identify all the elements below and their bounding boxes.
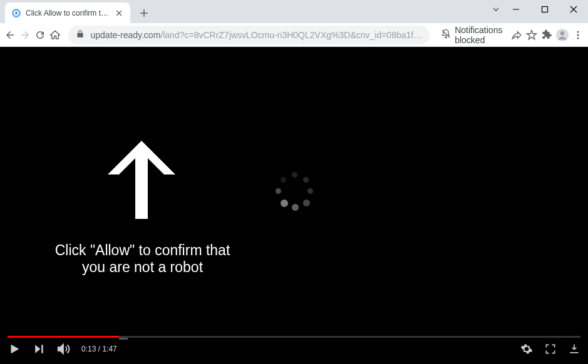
instruction-text: Click "Allow" to confirm that you are no… (47, 242, 238, 276)
extensions-button[interactable] (540, 25, 553, 45)
page-content: Click "Allow" to confirm that you are no… (0, 47, 588, 364)
profile-button[interactable] (555, 25, 569, 45)
reload-button[interactable] (34, 25, 46, 45)
url-text: update-ready.com/land?c=8vCRrZ7jwsvLOcmu… (91, 30, 423, 40)
arrow-up-icon (108, 141, 175, 221)
video-controls: 0:13 / 1:47 (0, 334, 588, 364)
home-button[interactable] (49, 25, 61, 45)
svg-point-8 (577, 37, 579, 39)
settings-button[interactable] (520, 343, 533, 355)
loading-spinner-icon (276, 172, 313, 210)
notifications-blocked-label: Notifications blocked (455, 25, 502, 45)
minimize-button[interactable] (502, 0, 530, 19)
share-button[interactable] (510, 25, 522, 45)
tab-close-button[interactable] (114, 8, 124, 18)
tab-search-button[interactable] (492, 5, 500, 16)
svg-point-5 (560, 31, 564, 35)
bell-slash-icon (441, 29, 451, 41)
video-time-display: 0:13 / 1:47 (81, 345, 117, 353)
svg-point-2 (15, 12, 18, 14)
notifications-blocked-indicator[interactable]: Notifications blocked (441, 25, 502, 45)
video-total-time: 1:47 (102, 345, 116, 353)
svg-point-6 (577, 31, 579, 33)
new-tab-button[interactable] (135, 4, 153, 22)
browser-toolbar: update-ready.com/land?c=8vCRrZ7jwsvLOcmu… (0, 23, 588, 47)
browser-tab[interactable]: Click Allow to confirm that you a (5, 3, 130, 23)
svg-rect-3 (542, 7, 548, 13)
next-button[interactable] (33, 343, 45, 355)
download-button[interactable] (568, 343, 580, 355)
forward-button (19, 25, 31, 45)
fullscreen-button[interactable] (544, 343, 557, 355)
play-button[interactable] (8, 342, 21, 356)
svg-point-7 (577, 34, 579, 36)
video-current-time: 0:13 (81, 345, 96, 353)
volume-button[interactable] (56, 342, 70, 356)
back-button[interactable] (4, 25, 16, 45)
url-path: /land?c=8vCRrZ7jwsvLOcmu-n3H0QL2VXg%3D&c… (160, 30, 422, 40)
url-host: update-ready.com (91, 30, 161, 40)
address-bar[interactable]: update-ready.com/land?c=8vCRrZ7jwsvLOcmu… (68, 26, 430, 44)
tab-title: Click Allow to confirm that you a (26, 9, 111, 18)
menu-button[interactable] (572, 25, 584, 45)
close-window-button[interactable] (559, 0, 588, 19)
lock-icon (76, 29, 85, 41)
browser-titlebar: Click Allow to confirm that you a (0, 0, 588, 23)
tab-favicon-icon (11, 8, 21, 18)
window-controls (502, 0, 588, 19)
maximize-button[interactable] (530, 0, 559, 19)
bookmark-button[interactable] (525, 25, 538, 45)
